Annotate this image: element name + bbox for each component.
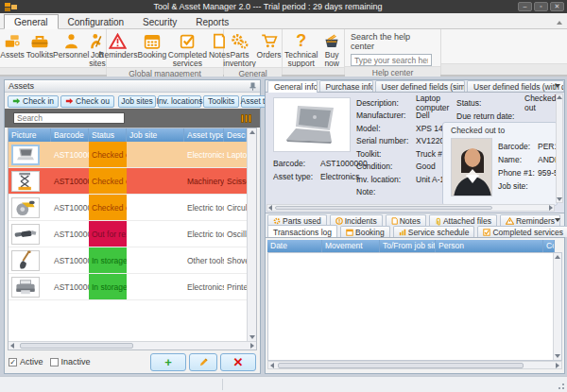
booking-icon [144,31,161,50]
inactive-checkbox[interactable] [50,358,59,366]
tab-general[interactable]: General [4,14,59,29]
column-header[interactable]: Picture [9,128,51,142]
ribbon-item-assets[interactable]: Assets [0,31,26,60]
ribbon-item-label: Technical support [284,51,318,67]
assets-search-strip [5,109,260,128]
tab-transactions-log[interactable]: Transactions log [267,225,337,237]
tab-completed-services-sub[interactable]: Completed services [477,226,567,237]
orders-icon [261,31,278,50]
column-header[interactable]: To/From job site [380,240,436,252]
edit-asset-button[interactable] [189,353,217,371]
ribbon-item-label: Orders [257,51,282,60]
ribbon-item-parts-inventory[interactable]: Parts inventory [224,31,256,67]
tab-reminders-sub[interactable]: Reminders [500,214,560,226]
detail-horizontal-scrollbar[interactable] [266,204,555,212]
tab-reports[interactable]: Reports [186,15,238,28]
completed-services-icon [180,31,196,50]
check-in-button[interactable]: Check in [8,95,59,108]
inactive-checkbox-label: Inactive [61,357,91,366]
ribbon-group-label [283,67,344,75]
assets-icon [4,31,22,50]
pin-icon[interactable] [249,82,256,91]
detail-vertical-scrollbar[interactable] [556,94,563,203]
add-asset-button[interactable]: + [150,353,186,371]
ribbon-item-booking[interactable]: Booking [137,31,167,60]
tab-user-fields-date[interactable]: User defined fields (with date) [467,80,564,92]
column-header[interactable]: Asset type [184,128,224,142]
ribbon-collapse-icon[interactable] [557,21,562,25]
close-button[interactable]: ✕ [550,2,564,11]
column-header[interactable]: Status [89,128,127,142]
note-icon [391,217,398,225]
table-row[interactable]: AST10000... Out for re... Electric tools… [9,221,247,247]
table-row[interactable]: AST10000... Checked o... Electronics Lap… [9,142,247,168]
column-header[interactable]: Person [436,240,543,252]
table-row[interactable]: AST10000... In storage Electronics Print… [9,274,247,300]
minimize-button[interactable]: – [518,2,532,11]
ribbon-item-reminders[interactable]: Reminders [99,31,137,60]
tab-general-info[interactable]: General info. [267,80,318,93]
column-header[interactable]: Descrip [224,128,247,142]
column-header[interactable]: Date [267,240,322,252]
asset-picture-laptop [11,145,40,165]
ribbon-group-general: Parts inventory Orders General [224,29,283,75]
detail-panel: General info. Purchase info. User define… [265,79,565,374]
column-header[interactable]: Barcode [51,128,89,142]
delete-asset-button[interactable]: ✕ [220,353,256,371]
window-title: Tool & Asset Manager 2.0 --- Trial perio… [18,2,518,11]
ribbon-item-technical-support[interactable]: ? Technical support [283,31,319,67]
tab-service-schedule[interactable]: Service schedule [393,226,475,237]
assets-vertical-scrollbar[interactable] [247,128,256,341]
table-row[interactable]: AST10000... In storage Other tools Shove… [9,247,247,274]
ribbon-tab-strip: General Configuration Security Reports [0,13,567,29]
tab-incidents[interactable]: Incidents [330,214,383,226]
tab-user-fields-simple[interactable]: User defined fields (simple) [375,80,466,92]
maximize-button[interactable]: ▫ [534,2,548,11]
column-header[interactable]: Movement [322,240,380,252]
transactions-vertical-scrollbar[interactable] [553,253,561,360]
transactions-table-header: Date Movement To/From job site Person Co… [267,240,555,252]
parts-inventory-icon [231,31,249,50]
field-value: Electronics [320,172,360,181]
tab-attached-files[interactable]: Attached files [429,214,497,226]
checked-out-to-box: Checked out to Barcode:PER10 Name:ANDER … [442,122,558,206]
columns-icon[interactable] [241,114,251,123]
check-out-button[interactable]: Check ou [60,95,114,108]
assets-table-header: Picture Barcode Status Job site Asset ty… [9,128,247,142]
tab-security[interactable]: Security [133,15,186,28]
table-row[interactable]: AST10000... Checked o... Machinery Sciss… [9,168,247,195]
tab-purchase-info[interactable]: Purchase info. [319,80,373,92]
assets-panel-header: Assets [5,80,260,93]
title-bar: Tool & Asset Manager 2.0 --- Trial perio… [0,0,567,13]
reminders-icon [109,31,127,50]
ribbon-item-toolkits[interactable]: Toolkits [26,31,54,60]
assets-search-input[interactable] [13,112,125,124]
person-photo [451,138,492,196]
subtab-overflow-icon[interactable] [555,218,560,222]
filter-inv-locations-button[interactable]: Inv. locations [158,95,201,108]
ribbon-item-orders[interactable]: Orders [256,31,283,60]
incident-icon [335,217,343,225]
ribbon-item-completed-services[interactable]: Completed services [167,31,208,67]
filter-job-sites-button[interactable]: Job sites [118,95,156,108]
ribbon-item-buy-now[interactable]: Buy now [319,31,344,67]
tab-notes[interactable]: Notes [386,214,426,226]
app-logo-icon [5,3,18,11]
filter-toolkits-button[interactable]: Toolkits [203,95,239,108]
column-header[interactable]: Job site [127,128,184,142]
parts-icon [273,217,281,225]
tab-overflow-icon[interactable] [555,84,560,88]
ribbon-group-support: ? Technical support Buy now [283,29,345,75]
assets-horizontal-scrollbar[interactable] [9,341,256,349]
ribbon-item-personnel[interactable]: Personnel [54,31,88,60]
tab-configuration[interactable]: Configuration [59,15,133,28]
ribbon-group-help-center: Search the help center Help center [345,29,441,75]
table-row[interactable]: AST10000... Checked o... Electric tools … [9,195,247,221]
asset-photo [273,97,351,152]
transactions-horizontal-scrollbar[interactable] [267,361,562,369]
column-header[interactable]: Comm [543,240,555,252]
help-search-input[interactable] [351,54,432,66]
active-checkbox[interactable]: ✓ [9,358,17,366]
resize-grip[interactable] [556,381,565,390]
tab-booking-sub[interactable]: Booking [340,226,390,237]
